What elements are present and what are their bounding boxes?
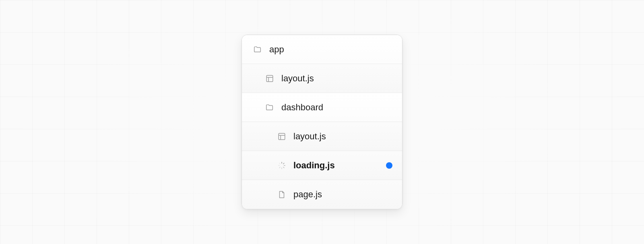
tree-row-layout[interactable]: layout.js [242, 64, 402, 93]
layout-icon [265, 74, 274, 83]
file-icon [277, 190, 286, 199]
tree-row-page[interactable]: page.js [242, 180, 402, 209]
tree-row-dashboard[interactable]: dashboard [242, 93, 402, 122]
file-tree-panel: app layout.js dashboard layout.js loadin… [242, 35, 402, 209]
tree-row-label: app [269, 44, 392, 55]
tree-row-label: loading.js [293, 160, 381, 171]
tree-row-app[interactable]: app [242, 35, 402, 64]
tree-row-label: layout.js [293, 131, 392, 142]
tree-row-loading[interactable]: loading.js [242, 151, 402, 180]
folder-icon [265, 103, 274, 112]
tree-row-label: page.js [293, 189, 392, 200]
highlight-dot [386, 162, 392, 169]
tree-row-label: dashboard [281, 102, 392, 113]
folder-icon [253, 45, 262, 54]
tree-row-layout[interactable]: layout.js [242, 122, 402, 151]
spinner-icon [277, 161, 286, 170]
layout-icon [277, 132, 286, 141]
tree-row-label: layout.js [281, 73, 392, 84]
